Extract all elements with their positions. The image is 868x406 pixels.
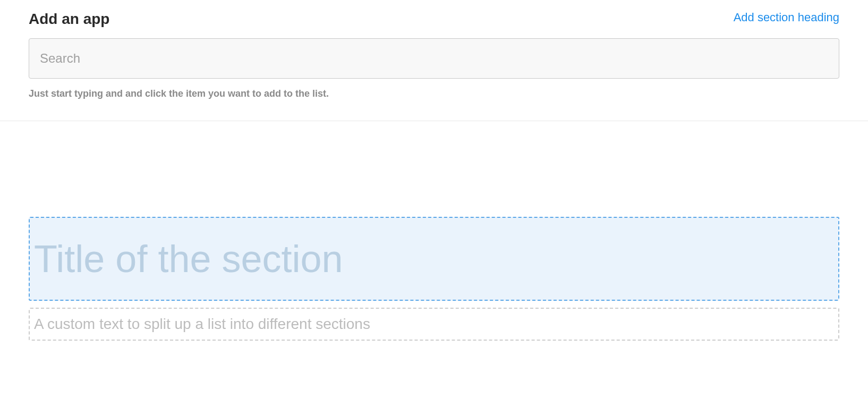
section-editor	[0, 121, 868, 362]
page-title: Add an app	[29, 11, 109, 28]
search-input[interactable]	[29, 38, 839, 79]
add-section-heading-link[interactable]: Add section heading	[734, 11, 839, 24]
section-description-input[interactable]	[29, 308, 839, 341]
search-hint-text: Just start typing and and click the item…	[29, 88, 839, 99]
header-row: Add an app Add section heading	[29, 11, 839, 28]
add-app-panel: Add an app Add section heading Just star…	[0, 0, 868, 121]
section-title-input[interactable]	[29, 217, 839, 301]
